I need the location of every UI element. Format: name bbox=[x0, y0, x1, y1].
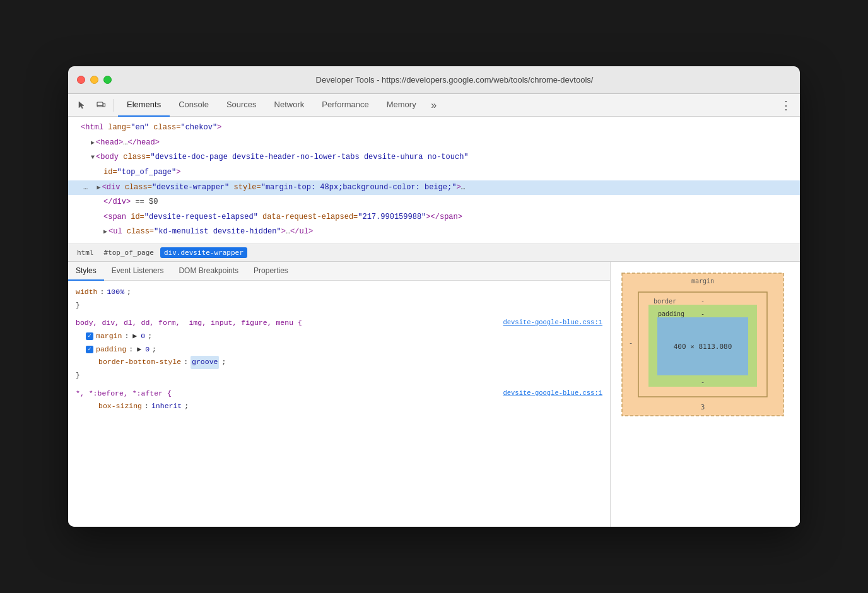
expand-icon[interactable]: ▶ bbox=[97, 182, 101, 194]
tab-performance[interactable]: Performance bbox=[313, 94, 377, 117]
svg-text:margin: margin bbox=[691, 278, 714, 285]
dom-line-selected[interactable]: … ▶<div class="devsite-wrapper" style="m… bbox=[68, 180, 800, 196]
breadcrumb-html[interactable]: html bbox=[73, 247, 98, 258]
svg-rect-1 bbox=[103, 103, 105, 107]
tab-console[interactable]: Console bbox=[170, 94, 218, 117]
svg-text:3: 3 bbox=[701, 403, 705, 411]
breadcrumb-devsite-wrapper[interactable]: div.devsite-wrapper bbox=[160, 247, 247, 258]
tab-sources[interactable]: Sources bbox=[218, 94, 266, 117]
svg-text:-: - bbox=[629, 339, 633, 347]
css-checkbox-margin[interactable]: ✓ bbox=[86, 332, 93, 340]
expand-icon[interactable]: ▶ bbox=[91, 138, 95, 149]
css-selector-line: body, div, dl, dd, form, img, input, fig… bbox=[76, 317, 602, 330]
tab-elements[interactable]: Elements bbox=[118, 94, 170, 117]
styles-content: width: 100%; } body, div, dl, dd, form, … bbox=[68, 281, 610, 527]
window-title: Developer Tools - https://developers.goo… bbox=[118, 75, 791, 85]
css-box-sizing-line: box-sizing: inherit; bbox=[76, 400, 602, 413]
svg-text:-: - bbox=[701, 298, 705, 305]
tab-styles[interactable]: Styles bbox=[68, 262, 104, 281]
css-rule-width: width: 100%; } bbox=[76, 286, 602, 312]
css-source-link-2[interactable]: devsite-google-blue.css:1 bbox=[503, 387, 602, 401]
bottom-panel: Styles Event Listeners DOM Breakpoints P… bbox=[68, 262, 800, 527]
css-padding-line: ✓ padding:▶0; bbox=[76, 343, 602, 356]
devtools-menu-button[interactable]: ⋮ bbox=[777, 97, 795, 114]
tab-event-listeners[interactable]: Event Listeners bbox=[104, 262, 172, 281]
css-border-bottom-line: border-bottom-style: groove; bbox=[76, 356, 602, 369]
dom-line: ▶<ul class="kd-menulist devsite-hidden">… bbox=[68, 225, 800, 240]
svg-text:padding: padding bbox=[658, 310, 684, 317]
expand-icon[interactable]: ▶ bbox=[103, 226, 107, 238]
svg-text:-: - bbox=[701, 378, 705, 386]
cursor-icon[interactable] bbox=[73, 97, 91, 114]
css-checkbox-padding[interactable]: ✓ bbox=[86, 346, 93, 353]
devtools-tabs: Elements Console Sources Network Perform… bbox=[118, 94, 776, 117]
devtools-toolbar: Elements Console Sources Network Perform… bbox=[68, 94, 800, 117]
dom-panel: <html lang="en" class="chekov"> ▶<head>…… bbox=[68, 117, 800, 244]
close-button[interactable] bbox=[77, 76, 85, 84]
breadcrumb-top-of-page[interactable]: #top_of_page bbox=[100, 247, 158, 258]
css-closing-brace: } bbox=[76, 369, 602, 382]
traffic-lights bbox=[77, 76, 112, 84]
device-icon[interactable] bbox=[92, 97, 110, 114]
collapse-icon[interactable]: ▼ bbox=[91, 152, 95, 163]
svg-text:400 × 8113.080: 400 × 8113.080 bbox=[674, 343, 732, 351]
css-selector-line: *, *:before, *:after { devsite-google-bl… bbox=[76, 387, 602, 401]
css-prop-line: width: 100%; bbox=[76, 286, 602, 299]
box-model-panel: margin 48 border - padding - 400 × 8113.… bbox=[611, 262, 800, 527]
css-rule-reset: body, div, dl, dd, form, img, input, fig… bbox=[76, 317, 602, 382]
svg-text:border: border bbox=[654, 298, 676, 305]
dom-tag: <html bbox=[81, 123, 108, 132]
styles-panel: Styles Event Listeners DOM Breakpoints P… bbox=[68, 262, 611, 527]
css-rule-box-sizing: *, *:before, *:after { devsite-google-bl… bbox=[76, 387, 602, 413]
devtools-window: Developer Tools - https://developers.goo… bbox=[68, 66, 800, 527]
maximize-button[interactable] bbox=[103, 76, 112, 84]
css-closing-brace: } bbox=[76, 299, 602, 312]
dom-line: </div> == $0 bbox=[68, 195, 800, 210]
dom-line: <span id="devsite-request-elapsed" data-… bbox=[68, 210, 800, 225]
dom-line: id="top_of_page"> bbox=[68, 165, 800, 180]
css-source-link[interactable]: devsite-google-blue.css:1 bbox=[503, 317, 602, 329]
breadcrumb-bar: html #top_of_page div.devsite-wrapper bbox=[68, 244, 800, 262]
css-margin-line: ✓ margin:▶0; bbox=[76, 330, 602, 343]
tab-dom-breakpoints[interactable]: DOM Breakpoints bbox=[171, 262, 246, 281]
dom-line: <html lang="en" class="chekov"> bbox=[68, 120, 800, 136]
toolbar-divider bbox=[114, 99, 114, 112]
dom-line: ▼<body class="devsite-doc-page devsite-h… bbox=[68, 150, 800, 165]
svg-text:-: - bbox=[701, 310, 705, 317]
tab-properties[interactable]: Properties bbox=[246, 262, 296, 281]
tab-network[interactable]: Network bbox=[266, 94, 314, 117]
styles-tabs: Styles Event Listeners DOM Breakpoints P… bbox=[68, 262, 610, 281]
box-model-diagram: margin 48 border - padding - 400 × 8113.… bbox=[621, 272, 785, 417]
minimize-button[interactable] bbox=[90, 76, 98, 84]
more-tabs-button[interactable]: » bbox=[425, 97, 443, 114]
dom-line: ▶<head>…</head> bbox=[68, 136, 800, 151]
title-bar: Developer Tools - https://developers.goo… bbox=[68, 66, 800, 94]
tab-memory[interactable]: Memory bbox=[378, 94, 425, 117]
